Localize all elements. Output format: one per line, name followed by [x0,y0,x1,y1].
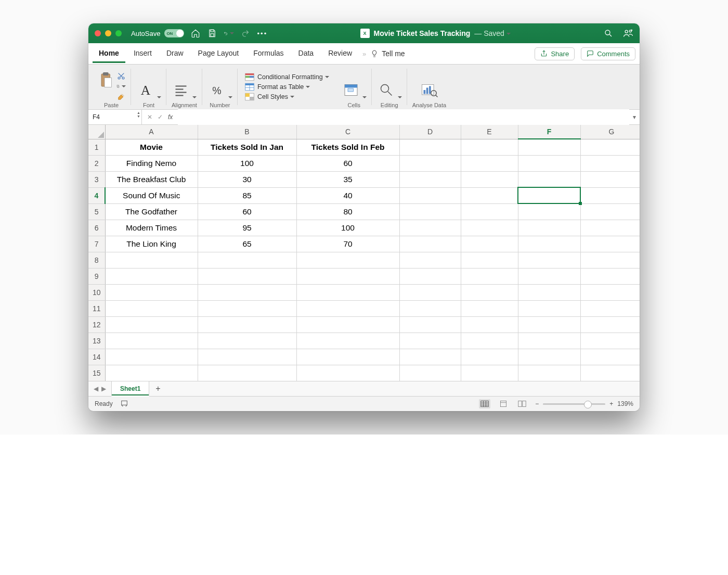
search-icon[interactable] [603,28,614,39]
format-as-table-button[interactable]: Format as Table [245,83,310,91]
row-header-7[interactable]: 7 [88,236,105,252]
analyse-data-group[interactable]: Analyse Data [407,65,451,109]
view-normal-icon[interactable] [479,399,490,408]
cell-C8[interactable] [296,252,399,268]
ribbon-tab-draw[interactable]: Draw [160,45,190,63]
row-header-15[interactable]: 15 [88,365,105,381]
cell-C5[interactable]: 80 [296,203,399,220]
tab-overflow-icon[interactable]: » [360,50,368,58]
minimize-window-button[interactable] [105,30,111,36]
cell-E2[interactable] [461,155,518,171]
cell-G3[interactable] [580,171,640,187]
font-group[interactable]: A Font [131,65,166,109]
cell-B13[interactable] [198,333,296,349]
cell-G12[interactable] [580,316,640,333]
cell-F10[interactable] [518,284,580,300]
cell-B5[interactable]: 60 [198,203,296,220]
column-header-C[interactable]: C [296,125,399,139]
cell-G7[interactable] [580,236,640,252]
conditional-formatting-button[interactable]: Conditional Formatting [245,73,329,81]
cell-B2[interactable]: 100 [198,155,296,171]
cell-G9[interactable] [580,268,640,284]
copy-button[interactable] [116,82,126,91]
cell-E3[interactable] [461,171,518,187]
cell-B11[interactable] [198,300,296,316]
cell-E1[interactable] [461,139,518,155]
cell-D5[interactable] [399,203,461,220]
maximize-window-button[interactable] [115,30,122,36]
autosave-toggle[interactable]: AutoSave ON [131,29,184,37]
cell-D9[interactable] [399,268,461,284]
cell-G15[interactable] [580,365,640,381]
cell-D11[interactable] [399,300,461,316]
cell-D7[interactable] [399,236,461,252]
cell-A5[interactable]: The Godfather [105,203,198,220]
cell-G1[interactable] [580,139,640,155]
cell-B12[interactable] [198,316,296,333]
cell-C14[interactable] [296,349,399,365]
cell-D10[interactable] [399,284,461,300]
cell-E15[interactable] [461,365,518,381]
select-all-corner[interactable] [88,125,105,139]
cell-A10[interactable] [105,284,198,300]
sheet-tab-active[interactable]: Sheet1 [111,381,149,397]
sheet-nav-next-icon[interactable]: ▶ [101,385,106,392]
cell-G6[interactable] [580,220,640,236]
row-header-10[interactable]: 10 [88,284,105,300]
cell-E6[interactable] [461,220,518,236]
cell-G10[interactable] [580,284,640,300]
autosave-switch[interactable]: ON [164,29,184,37]
cell-E13[interactable] [461,333,518,349]
name-box[interactable]: F4 ▲▼ [88,110,142,124]
cell-C15[interactable] [296,365,399,381]
view-page-break-icon[interactable] [516,399,528,408]
redo-button[interactable] [240,28,251,39]
expand-formula-bar-icon[interactable]: ▾ [629,113,640,121]
save-icon[interactable] [207,28,217,39]
format-painter-button[interactable] [116,93,126,101]
cell-styles-button[interactable]: Cell Styles [245,93,294,101]
row-header-12[interactable]: 12 [88,316,105,333]
zoom-out-button[interactable]: − [535,400,539,407]
cell-F2[interactable] [518,155,580,171]
row-header-8[interactable]: 8 [88,252,105,268]
cell-B15[interactable] [198,365,296,381]
cell-A15[interactable] [105,365,198,381]
formula-input[interactable] [178,109,629,125]
cell-A4[interactable]: Sound Of Music [105,187,198,203]
cell-A2[interactable]: Finding Nemo [105,155,198,171]
close-window-button[interactable] [95,30,101,36]
fx-icon[interactable]: fx [168,113,173,121]
cell-E12[interactable] [461,316,518,333]
cell-A14[interactable] [105,349,198,365]
accept-formula-icon[interactable]: ✓ [158,113,163,121]
cell-G11[interactable] [580,300,640,316]
paste-button[interactable] [97,71,115,91]
cell-G2[interactable] [580,155,640,171]
cell-F15[interactable] [518,365,580,381]
cell-E14[interactable] [461,349,518,365]
zoom-in-button[interactable]: + [609,400,613,407]
cell-F7[interactable] [518,236,580,252]
ribbon-tab-formulas[interactable]: Formulas [247,45,290,63]
cell-B1[interactable]: Tickets Sold In Jan [198,139,296,155]
cell-F6[interactable] [518,220,580,236]
editing-group[interactable]: Editing [372,65,407,109]
column-header-B[interactable]: B [198,125,296,139]
cell-C10[interactable] [296,284,399,300]
cell-C1[interactable]: Tickets Sold In Feb [296,139,399,155]
cell-A3[interactable]: The Breakfast Club [105,171,198,187]
cell-E9[interactable] [461,268,518,284]
cell-F4[interactable] [518,187,580,203]
zoom-slider[interactable] [543,403,605,405]
row-header-5[interactable]: 5 [88,203,105,220]
cell-D1[interactable] [399,139,461,155]
row-header-4[interactable]: 4 [88,187,105,203]
cell-A12[interactable] [105,316,198,333]
cell-C9[interactable] [296,268,399,284]
ribbon-tab-review[interactable]: Review [322,45,358,63]
cell-C12[interactable] [296,316,399,333]
cell-F3[interactable] [518,171,580,187]
comments-button[interactable]: Comments [581,47,635,60]
cell-A1[interactable]: Movie [105,139,198,155]
